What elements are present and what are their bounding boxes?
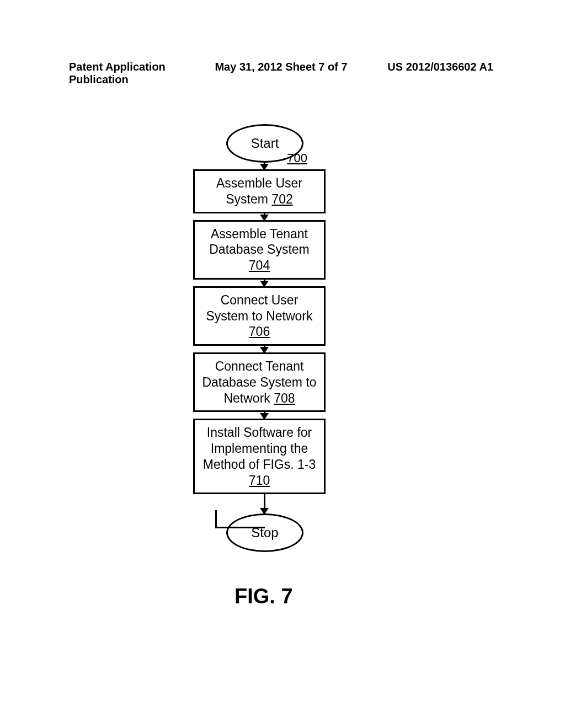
connector-line [215, 527, 265, 528]
start-terminal: Start 700 [226, 124, 303, 163]
arrow-icon [264, 346, 265, 352]
step-reference-id: 706 [249, 324, 270, 339]
arrow-icon [264, 280, 265, 286]
header-date-sheet: May 31, 2012 Sheet 7 of 7 [210, 61, 351, 86]
flowchart-diagram: Start 700 Assemble User System 702 Assem… [193, 124, 337, 552]
step-text: Connect Tenant Database System to Networ… [202, 359, 316, 405]
start-label: Start [251, 136, 279, 151]
step-text: Install Software for Implementing the Me… [203, 425, 316, 472]
step-reference-id: 702 [271, 192, 292, 206]
arrow-icon [264, 412, 265, 419]
connector-line [215, 510, 217, 527]
stop-terminal: Stop [226, 513, 303, 552]
arrow-icon [264, 163, 265, 169]
header-publication-type: Patent Application Publication [69, 61, 210, 86]
header-publication-number: US 2012/0136602 A1 [352, 61, 493, 86]
step-text: Connect User System to Network [206, 293, 313, 323]
step-reference-id: 704 [249, 258, 270, 272]
step-text: Assemble Tenant Database System [209, 227, 310, 257]
process-step-710: Install Software for Implementing the Me… [193, 419, 326, 494]
step-reference-id: 710 [249, 473, 270, 488]
process-step-708: Connect Tenant Database System to Networ… [193, 352, 326, 412]
header: Patent Application Publication May 31, 2… [0, 0, 565, 86]
figure-label: FIG. 7 [234, 585, 293, 608]
arrow-icon [264, 494, 265, 513]
process-step-704: Assemble Tenant Database System 704 [193, 220, 326, 280]
arrow-icon [264, 213, 265, 220]
process-step-702: Assemble User System 702 [193, 169, 326, 213]
process-step-706: Connect User System to Network 706 [193, 286, 326, 346]
start-reference-id: 700 [287, 151, 307, 165]
step-reference-id: 708 [274, 391, 295, 405]
